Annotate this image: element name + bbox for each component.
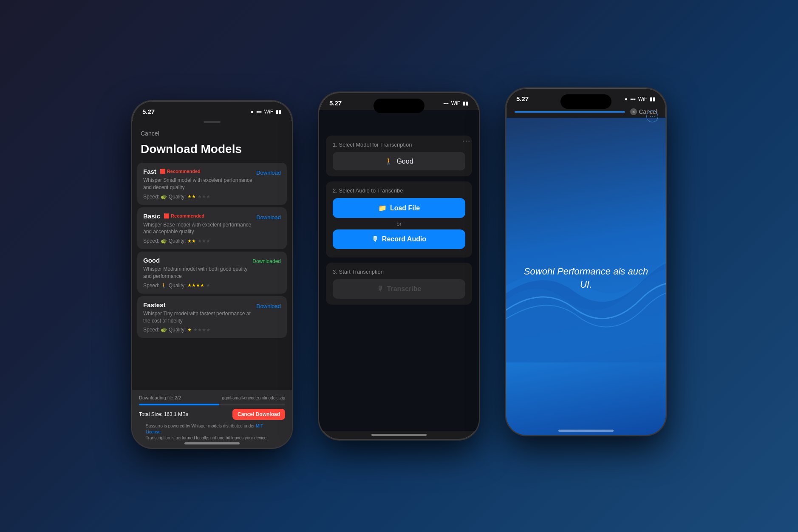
dot-icon-right: ● — [625, 96, 628, 102]
or-divider: or — [333, 221, 465, 227]
status-icons: ● ▪▪▪ WiF ▮▮ — [251, 109, 282, 115]
model-item-fast: Fast 🟥 Recommended Whisper Small model w… — [137, 163, 287, 205]
good-stats: Speed: 🚶 Quality: ★★★★★ — [143, 283, 252, 289]
transcribe-icon: 🎙 — [377, 285, 384, 293]
section-number-1: 1. — [333, 141, 339, 148]
model-name-fast: Fast — [143, 168, 156, 175]
promo-text: Sowohl Performance als auch UI. — [522, 265, 650, 291]
left-screen: Cancel Download Models Fast 🟥 Recommende… — [132, 121, 292, 442]
home-indicator-right — [558, 430, 614, 432]
signal-icon: ▪▪▪ — [256, 109, 262, 115]
load-file-icon: 📁 — [378, 204, 387, 212]
good-downloaded-badge: Downloaded — [252, 257, 281, 264]
license-text: Sussurro is powered by Whisper models di… — [139, 420, 285, 443]
right-screen: Sowohl Performance als auch UI. — [506, 118, 666, 436]
record-audio-button[interactable]: 🎙 Record Audio — [333, 229, 465, 249]
download-progress: Downloading file 2/2 ggml-small-encoder.… — [132, 390, 292, 448]
model-item-fastest: Fastest Whisper Tiny model with fastest … — [137, 296, 287, 338]
section-number-2: 2. — [333, 187, 339, 194]
signal-icon-right: ▪▪▪ — [630, 96, 636, 102]
phone-middle: 5.27 ▪▪▪ WiF ▮▮ ⋯ 1. Select Model for Tr… — [318, 92, 480, 440]
volume-up-button[interactable] — [131, 152, 132, 166]
transcribe-button[interactable]: 🎙 Transcribe — [333, 279, 465, 299]
phone-left: 5.27 ● ▪▪▪ WiF ▮▮ Cancel Download Models… — [131, 100, 293, 449]
section-select-model: 1. Select Model for Transcription 🚶 Good — [326, 136, 472, 176]
progress-bar-bg — [139, 404, 285, 405]
progress-label: Downloading file 2/2 — [139, 395, 181, 400]
app-sections: 1. Select Model for Transcription 🚶 Good… — [319, 110, 479, 311]
fastest-desc: Whisper Tiny model with fastest performa… — [143, 310, 256, 325]
status-bar: 5.27 ● ▪▪▪ WiF ▮▮ — [132, 101, 292, 119]
progress-bar-top — [515, 111, 625, 113]
page-title: Download Models — [132, 139, 292, 163]
phone-right: 5.27 ● ▪▪▪ WiF ▮▮ ✕ Cancel ⋯ — [505, 88, 667, 436]
signal-icon-mid: ▪▪▪ — [443, 100, 449, 106]
record-icon: 🎙 — [372, 235, 379, 243]
status-icons-mid: ▪▪▪ WiF ▮▮ — [443, 100, 469, 106]
more-icon-right: ⋯ — [649, 113, 655, 120]
model-name-fastest: Fastest — [143, 301, 166, 308]
cancel-download-button[interactable]: Cancel Download — [232, 409, 285, 420]
section-title-1: 1. Select Model for Transcription — [333, 141, 465, 148]
model-selector-icon: 🚶 — [385, 157, 393, 165]
section-title-3: 3. Start Transcription — [333, 269, 465, 275]
section-transcribe: 3. Start Transcription 🎙 Transcribe — [326, 263, 472, 305]
cancel-header: Cancel — [132, 126, 292, 139]
power-button-right[interactable] — [666, 156, 667, 186]
load-file-button[interactable]: 📁 Load File — [333, 198, 465, 218]
volume-down-button[interactable] — [131, 170, 132, 184]
battery-icon: ▮▮ — [276, 109, 282, 115]
section-select-audio: 2. Select Audio to Transcribe 📁 Load Fil… — [326, 181, 472, 258]
good-desc: Whisper Medium model with both good qual… — [143, 266, 252, 280]
model-selector-button[interactable]: 🚶 Good — [333, 152, 465, 170]
status-icons-right: ● ▪▪▪ WiF ▮▮ — [625, 96, 656, 102]
total-size-label: Total Size: 163.1 MBs — [139, 411, 188, 417]
battery-icon-right: ▮▮ — [650, 96, 656, 102]
basic-badge: 🟥 Recommended — [164, 213, 204, 219]
progress-bar-fill — [139, 404, 219, 405]
home-indicator-mid — [371, 434, 427, 436]
section-number-3: 3. — [333, 269, 339, 275]
cancel-button[interactable]: Cancel — [141, 130, 159, 137]
cancel-circle-icon: ✕ — [630, 108, 637, 115]
model-name-good: Good — [143, 257, 160, 264]
fastest-stats: Speed: 🐢 Quality: ★★★★★ — [143, 327, 256, 333]
progress-filename: ggml-small-encoder.mlmodelc.zip — [222, 396, 285, 400]
fast-download-button[interactable]: Download — [256, 168, 281, 176]
dot-icon: ● — [251, 109, 254, 115]
home-indicator — [184, 442, 240, 444]
model-item-good: Good Whisper Medium model with both good… — [137, 252, 287, 294]
model-list: Fast 🟥 Recommended Whisper Small model w… — [132, 163, 292, 340]
middle-screen: ⋯ 1. Select Model for Transcription 🚶 Go… — [319, 110, 479, 431]
basic-download-button[interactable]: Download — [256, 212, 281, 221]
status-time-right: 5.27 — [516, 95, 529, 102]
basic-desc: Whisper Base model with excelent perform… — [143, 221, 256, 236]
status-time-mid: 5.27 — [329, 99, 342, 107]
section-title-2: 2. Select Audio to Transcribe — [333, 187, 465, 194]
basic-stats: Speed: 🐢 Quality: ★★★★★ — [143, 238, 256, 244]
fast-stats: Speed: 🐢 Quality: ★★★★★ — [143, 194, 256, 200]
pull-bar — [204, 121, 221, 123]
model-name-basic: Basic — [143, 212, 160, 220]
status-time: 5.27 — [142, 108, 155, 115]
model-item-basic: Basic 🟥 Recommended Whisper Base model w… — [137, 207, 287, 249]
more-options-button[interactable]: ⋯ — [462, 136, 470, 146]
wifi-icon: WiF — [264, 109, 273, 115]
battery-icon-mid: ▮▮ — [463, 100, 469, 106]
dynamic-island-right — [560, 94, 611, 109]
more-options-button-right[interactable]: ⋯ — [646, 110, 658, 122]
wifi-icon-right: WiF — [638, 96, 647, 102]
fast-desc: Whisper Small model with excelent perfor… — [143, 177, 256, 191]
license-prefix: Sussurro is powered by Whisper models di… — [146, 424, 255, 428]
fastest-download-button[interactable]: Download — [256, 301, 281, 309]
wifi-icon-mid: WiF — [451, 100, 460, 106]
fast-badge: 🟥 Recommended — [160, 169, 201, 174]
power-button[interactable] — [292, 169, 293, 199]
model-selector-text: Good — [396, 158, 413, 165]
dynamic-island — [374, 99, 424, 113]
license-suffix: Transcription is performed locally: not … — [146, 436, 268, 440]
power-button-mid[interactable] — [479, 161, 480, 190]
